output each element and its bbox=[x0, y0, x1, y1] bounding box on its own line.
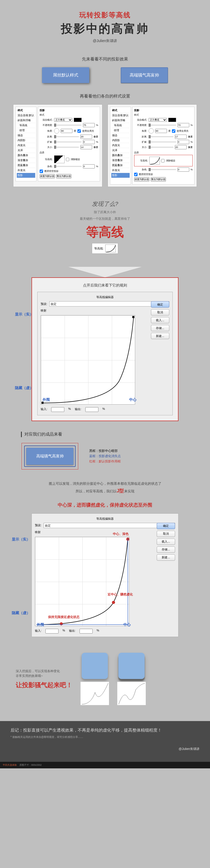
color-swatch[interactable] bbox=[74, 118, 82, 122]
anno-show: 显示（实） bbox=[15, 312, 33, 317]
contour-editor-box: 点开后我们来看下它的规则 等高线编辑器 预设:自定 确定 取消 载入... 存储… bbox=[32, 277, 178, 421]
panel-right-style: 样式 混合选项:默认 斜面和浮雕 等高线 纹理 描边 内阴影 内发光 光泽 颜色… bbox=[108, 104, 197, 187]
global-light-check[interactable] bbox=[77, 129, 81, 133]
explain-text: 图上可以发现，消失的部分接近中心，外围基本都在无限临近虚化的状态了 所以，对应等… bbox=[0, 480, 210, 495]
sample-curve bbox=[117, 682, 146, 705]
contour-thumb[interactable] bbox=[105, 245, 116, 252]
cancel-button[interactable]: 取消 bbox=[151, 309, 169, 315]
section-title: 再看看他们各自的样式设置 bbox=[0, 94, 210, 99]
cancel-button[interactable]: 取消 bbox=[157, 531, 175, 537]
reset-button[interactable]: 复位为默认值 bbox=[56, 174, 71, 179]
save-button[interactable]: 存储... bbox=[151, 325, 169, 331]
footer-bar: 半田共选体验 原图尺寸：800x3302 bbox=[0, 762, 210, 768]
contour-editor-2: 等高线编辑器 预设:自定 确定 取消 载入... 存储... 新建... 映射 … bbox=[32, 514, 178, 637]
contour-thumb[interactable] bbox=[54, 155, 65, 163]
opacity-input[interactable] bbox=[83, 123, 95, 127]
style-list: 样式 混合选项:默认 斜面和浮雕 等高线 纹理 描边 内阴影 内发光 光泽 颜色… bbox=[15, 107, 36, 181]
svg-rect-1 bbox=[132, 316, 134, 318]
contour-editor: 等高线编辑器 预设:自定 确定 取消 载入... 存储... 新建... 映射 … bbox=[37, 292, 173, 415]
svg-point-4 bbox=[60, 622, 63, 625]
active-style-item[interactable]: 投影 bbox=[17, 173, 35, 178]
example-fancy: 高端骚气高富帅 bbox=[121, 67, 168, 83]
editor-title: 点开后我们来看下它的规则 bbox=[37, 283, 173, 288]
shadow-settings: 投影 样式 混合模式:正片叠底 不透明度:% 角度:度使用全局光 距离:像素 扩… bbox=[132, 107, 195, 185]
footer-author: @Julien朱璘讲 bbox=[10, 747, 200, 751]
final-title: 让投影骚气起来吧！ bbox=[16, 681, 72, 689]
footer-main: 后记：投影直接可以产生透视效果，不再是单纯的虚化平移，提高整体精细程度！ bbox=[10, 727, 200, 733]
new-button[interactable]: 新建... bbox=[151, 333, 169, 339]
discover-q: 发现了么? bbox=[0, 200, 210, 208]
opacity-slider[interactable] bbox=[54, 125, 82, 126]
svg-point-3 bbox=[112, 601, 115, 604]
default-button[interactable]: 设置为默认值 bbox=[40, 174, 55, 179]
footer-sub: * 接触相关运用的文件来自@斯明视觉，研究分析感悟分享…… bbox=[10, 735, 200, 739]
section-title: 先来看看不同的投影效果 bbox=[0, 57, 210, 62]
sample-curve bbox=[80, 682, 109, 705]
contour-widget: 等高线: bbox=[92, 243, 118, 254]
input-field[interactable] bbox=[51, 407, 64, 412]
anno-outer: 外围 bbox=[42, 398, 50, 402]
load-button[interactable]: 载入... bbox=[157, 538, 175, 545]
discover: 发现了么? 除了距离大小外 最关键的一个区别就是，高富帅有了 等高线 等高线: bbox=[0, 200, 210, 254]
example-default: 屌丝默认样式 bbox=[42, 67, 89, 83]
author: @Julien朱璘讲 bbox=[0, 39, 210, 43]
angle-dial[interactable] bbox=[54, 128, 59, 133]
ok-button[interactable]: 确定 bbox=[151, 301, 169, 308]
footer: 后记：投影直接可以产生透视效果，不再是单纯的虚化平移，提高整体精细程度！ * 接… bbox=[0, 721, 210, 762]
principle: 中心深，进而骤然虚化，保持虚化状态至外围 bbox=[0, 502, 210, 508]
result-section: 对应我们的成品来看 高端骚气高富帅 黑框：投影中心暗部 蓝框：投影虚化消失点 红… bbox=[0, 432, 210, 470]
sample-box bbox=[118, 653, 145, 679]
arrow-down-icon bbox=[68, 267, 142, 277]
contour-big: 等高线 bbox=[0, 224, 210, 241]
jtype: J型 bbox=[116, 488, 124, 493]
save-button[interactable]: 存储... bbox=[157, 547, 175, 553]
style-list: 样式 混合选项:默认 斜面和浮雕 等高线 纹理 描边 内阴影 内发光 光泽 颜色… bbox=[110, 107, 131, 185]
anno-hide: 隐藏（虚） bbox=[15, 385, 33, 390]
examples-row: 屌丝默认样式 高端骚气高富帅 bbox=[0, 67, 210, 83]
style-panels: 样式 混合选项:默认 斜面和浮雕 等高线 纹理 描边 内阴影 内发光 光泽 颜色… bbox=[0, 104, 210, 187]
load-button[interactable]: 载入... bbox=[151, 317, 169, 323]
panel-left-style: 样式 混合选项:默认 斜面和浮雕 等高线 纹理 描边 内阴影 内发光 光泽 颜色… bbox=[13, 104, 102, 187]
curve-canvas[interactable] bbox=[41, 315, 135, 405]
shadow-settings: 投影 样式 混合模式:正片叠底 不透明度:% 角度:度使用全局光 距离:像素 扩… bbox=[38, 107, 100, 181]
output-field[interactable] bbox=[85, 407, 98, 412]
result-title: 对应我们的成品来看 bbox=[21, 432, 189, 437]
sample-box bbox=[82, 653, 108, 679]
result-legend: 黑框：投影中心暗部 蓝框：投影虚化消失点 红框：默认投影作用框 bbox=[89, 448, 121, 464]
new-button[interactable]: 新建... bbox=[157, 554, 175, 561]
header: 玩转投影等高线 投影中的高富帅 @Julien朱璘讲 bbox=[0, 0, 210, 49]
result-box: 高端骚气高富帅 bbox=[26, 448, 73, 465]
ok-button[interactable]: 确定 bbox=[157, 523, 175, 529]
contour-highlight: 等高线:消除锯齿 bbox=[134, 155, 193, 166]
subtitle: 玩转投影等高线 bbox=[0, 10, 210, 20]
curve-canvas[interactable] bbox=[35, 537, 130, 626]
anno-center: 中心 bbox=[129, 398, 137, 402]
final-section: 深入挖掘后，可以实现各种变化 非常实用的效果哦~ 让投影骚气起来吧！ bbox=[0, 653, 210, 705]
main-title: 投影中的高富帅 bbox=[0, 21, 210, 36]
blend-select[interactable]: 正片叠底 bbox=[54, 118, 72, 122]
